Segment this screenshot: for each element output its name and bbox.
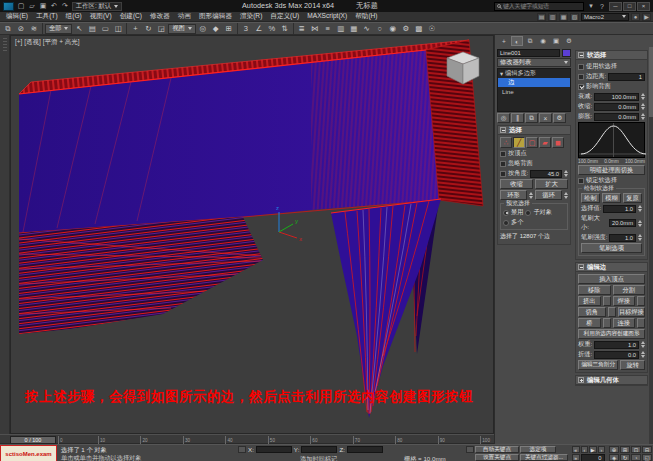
edge-mode-icon[interactable]: ╱ <box>513 137 525 148</box>
redo-icon[interactable]: ↷ <box>60 1 70 11</box>
toolbar-dock-icon-4[interactable]: ▧ <box>570 13 579 21</box>
new-scene-icon[interactable]: ▢ <box>16 1 26 11</box>
revert-button[interactable]: 复原 <box>623 193 642 203</box>
remove-modifier-icon[interactable]: × <box>539 113 552 123</box>
by-vertex-checkbox[interactable] <box>500 151 506 157</box>
panel-scrollbar[interactable] <box>649 47 653 444</box>
pinch-field[interactable]: 0.0mm <box>594 103 639 111</box>
preview-subobject-radio[interactable] <box>525 210 531 216</box>
preview-multi-radio[interactable] <box>503 220 509 226</box>
auto-key-button[interactable]: 自动关键点 <box>475 446 519 453</box>
zoom-region-icon[interactable]: ⊟ <box>642 446 652 453</box>
toolbar-dock-icon-3[interactable]: ▦ <box>559 13 568 21</box>
macro-record-icon[interactable]: ● <box>631 13 640 21</box>
extrude-settings-button[interactable] <box>603 296 611 306</box>
select-rotate-icon[interactable]: ↻ <box>142 23 154 34</box>
by-angle-spinner[interactable] <box>564 170 568 177</box>
angle-snap-icon[interactable]: ∠ <box>253 23 265 34</box>
pan-icon[interactable]: ◈ <box>609 454 619 461</box>
brush-strength-field[interactable]: 1.0 <box>609 234 636 242</box>
menu-item[interactable]: 创建(C) <box>116 12 146 21</box>
select-manipulate-icon[interactable]: ◆ <box>210 23 222 34</box>
brush-size-spinner[interactable] <box>638 220 642 227</box>
undo-icon[interactable]: ↶ <box>49 1 59 11</box>
bind-to-spacewarp-icon[interactable]: ≋ <box>28 23 40 34</box>
set-key-icon[interactable] <box>466 446 474 453</box>
select-object-icon[interactable]: ↖ <box>73 23 85 34</box>
target-weld-button[interactable]: 目标焊接 <box>618 307 646 317</box>
set-key-button[interactable]: 设置关键点 <box>475 454 519 461</box>
time-slider-handle[interactable]: 0 / 100 <box>10 436 56 444</box>
absolute-mode-toggle-icon[interactable] <box>238 446 246 453</box>
fov-icon[interactable]: ◔ <box>631 454 641 461</box>
show-end-result-icon[interactable]: ∥ <box>511 113 524 123</box>
y-typein-field[interactable] <box>301 446 337 453</box>
sign-in-icon[interactable]: ▾ <box>586 1 596 11</box>
help-icon[interactable]: ? <box>597 1 607 11</box>
selection-value-spinner[interactable] <box>638 205 642 212</box>
spinner-snap-icon[interactable]: ⇅ <box>279 23 291 34</box>
grow-button[interactable]: 扩大 <box>535 179 568 189</box>
crease-spinner[interactable] <box>641 351 645 358</box>
schematic-view-icon[interactable]: ○ <box>374 23 386 34</box>
bridge-settings-button[interactable] <box>603 318 611 328</box>
weight-spinner[interactable] <box>641 341 645 348</box>
workspace-dropdown[interactable]: 工作区: 默认 <box>72 2 122 11</box>
window-crossing-icon[interactable]: ◫ <box>112 23 124 34</box>
selection-rollout-header[interactable]: 选择 <box>498 126 570 135</box>
align-icon[interactable]: ≡ <box>322 23 334 34</box>
use-soft-selection-checkbox[interactable] <box>578 64 584 70</box>
rendered-frame-icon[interactable]: ▩ <box>413 23 425 34</box>
tab-modify[interactable]: ◐ <box>511 36 523 46</box>
by-angle-field[interactable]: 45.0 <box>530 170 562 178</box>
infocenter-search[interactable] <box>494 2 584 11</box>
bubble-spinner[interactable] <box>641 113 645 120</box>
bridge-button[interactable]: 桥 <box>578 318 601 328</box>
keyboard-override-icon[interactable]: ⊞ <box>223 23 235 34</box>
weld-settings-button[interactable] <box>637 296 645 306</box>
add-time-tag[interactable]: 添加时间标记 <box>300 455 337 461</box>
toolbar-dock-icon-1[interactable]: ▤ <box>537 13 546 21</box>
menu-item[interactable]: 帮助(H) <box>351 12 381 21</box>
toolbar-grip[interactable] <box>3 38 7 52</box>
element-mode-icon[interactable]: ◼ <box>552 137 564 148</box>
edge-distance-checkbox[interactable] <box>578 74 584 80</box>
weight-field[interactable]: 1.0 <box>594 341 639 349</box>
modifier-list-dropdown[interactable]: 修改器列表 <box>497 58 571 67</box>
shaded-face-toggle-button[interactable]: 明暗处理面切换 <box>578 165 645 175</box>
affect-backfacing-checkbox[interactable] <box>578 84 584 90</box>
falloff-spinner[interactable] <box>641 93 645 100</box>
viewport-label[interactable]: [+] [透视] [平滑 + 高光] <box>15 38 80 47</box>
tab-display[interactable]: ▣ <box>550 36 562 46</box>
mesh-3d[interactable]: z x y <box>11 36 494 434</box>
zoom-all-icon[interactable]: ⊞ <box>620 446 630 453</box>
previous-frame-button[interactable]: ‹ <box>581 446 589 453</box>
weld-button[interactable]: 焊接 <box>613 296 636 306</box>
edit-triangulation-button[interactable]: 编辑三角剖分 <box>578 360 618 370</box>
split-button[interactable]: 分割 <box>613 285 646 295</box>
edge-distance-field[interactable]: 1 <box>608 73 645 81</box>
z-typein-field[interactable] <box>347 446 383 453</box>
save-file-icon[interactable]: ▣ <box>38 1 48 11</box>
shrink-button[interactable]: 收缩 <box>500 179 533 189</box>
minimize-button[interactable]: ─ <box>609 2 622 11</box>
zoom-extents-icon[interactable]: ⊡ <box>631 446 641 453</box>
falloff-field[interactable]: 100.0mm <box>594 93 639 101</box>
app-menu-button[interactable] <box>3 2 14 11</box>
remove-button[interactable]: 移除 <box>578 285 611 295</box>
zoom-icon[interactable]: ⊕ <box>609 446 619 453</box>
view-cube[interactable] <box>441 46 485 94</box>
orbit-icon[interactable]: ↻ <box>620 454 630 461</box>
edit-edges-rollout-header[interactable]: 编辑边 <box>576 263 647 272</box>
percent-snap-icon[interactable]: % <box>266 23 278 34</box>
selected-dropdown[interactable]: 选定项 <box>520 446 556 453</box>
play-button[interactable]: ▶ <box>589 446 597 453</box>
ribbon-icon[interactable]: ▦ <box>348 23 360 34</box>
ring-spinner[interactable] <box>529 192 533 199</box>
connect-button[interactable]: 连接 <box>613 318 636 328</box>
snap-toggle-3d-icon[interactable]: 3 <box>240 23 252 34</box>
macro-dropdown[interactable]: Macro2 <box>581 13 629 21</box>
insert-vertex-button[interactable]: 插入顶点 <box>578 274 645 284</box>
blur-button[interactable]: 模糊 <box>602 193 621 203</box>
menu-item[interactable]: 自定义(U) <box>266 12 303 21</box>
